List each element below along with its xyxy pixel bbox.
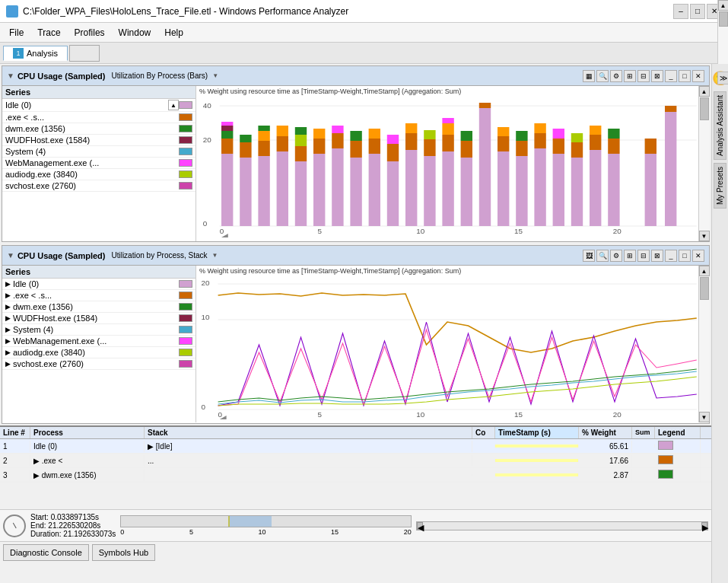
panel1-search-icon[interactable]: 🔍 — [596, 70, 609, 82]
series-row: ▶ System (4) — [2, 324, 196, 336]
panel1-collapse-icon[interactable]: ▼ — [7, 72, 14, 80]
svg-text:20: 20 — [202, 279, 210, 286]
svg-text:0: 0 — [220, 227, 224, 234]
panel1-close-icon[interactable]: ✕ — [692, 70, 704, 82]
svg-rect-52 — [461, 131, 472, 141]
maximize-button[interactable]: □ — [690, 4, 705, 19]
table-row[interactable]: 1 Idle (0) ▶ [Idle] 65.61 — [0, 439, 711, 454]
panel2-min-icon[interactable]: _ — [665, 250, 677, 262]
svg-text:20: 20 — [613, 227, 622, 234]
svg-rect-51 — [461, 141, 472, 158]
scroll-down-btn[interactable]: ▼ — [699, 231, 710, 241]
scroll-down-btn2[interactable]: ▼ — [699, 412, 710, 422]
series-row: ▶ svchost.exe (2760) — [2, 358, 196, 370]
svg-rect-61 — [534, 148, 545, 226]
series-row: .exe < .s... — [2, 112, 196, 123]
legend-color-1 — [658, 441, 673, 450]
series2-web-label: WebManagement.exe (... — [13, 336, 179, 346]
panel1-max-icon[interactable]: □ — [679, 70, 691, 82]
tick-15: 15 — [331, 528, 339, 536]
h-scroll-btn-right[interactable]: ▶ — [701, 522, 707, 530]
series-idle-color — [179, 101, 192, 109]
tab-label: Analysis — [27, 49, 58, 58]
symbols-hub-button[interactable]: Symbols Hub — [92, 544, 155, 561]
new-tab-area[interactable] — [69, 45, 100, 62]
data-table-header: Line # Process Stack Co TimeStamp (s) % … — [0, 427, 711, 439]
panel2-header: ▼ CPU Usage (Sampled) Utilization by Pro… — [2, 246, 709, 266]
panel1-vscroll[interactable]: ▲ ▼ — [698, 86, 709, 241]
panel2-grid2-icon[interactable]: ⊟ — [637, 250, 650, 262]
table-row[interactable]: 2 ▶ .exe < ... 17.66 — [0, 454, 711, 468]
expand-icon5[interactable]: ▶ — [5, 326, 13, 333]
panel2-grid1-icon[interactable]: ⊞ — [624, 250, 636, 262]
menu-help[interactable]: Help — [158, 26, 189, 40]
expand-icon4[interactable]: ▶ — [5, 314, 13, 322]
panel2-settings-icon[interactable]: ⚙ — [610, 250, 622, 262]
timeline-info-text: Start: 0.033897135s End: 21.226530208s D… — [30, 513, 116, 538]
panel2-max-icon[interactable]: □ — [679, 250, 691, 262]
minimize-button[interactable]: – — [673, 4, 688, 19]
menu-profiles[interactable]: Profiles — [68, 26, 111, 40]
series-idle-scroll-up[interactable]: ▲ — [168, 100, 179, 110]
h-scroll-btn-left[interactable]: ◀ — [417, 522, 423, 530]
sidebar-analysis-assistant[interactable]: Analysis Assistant — [714, 91, 726, 160]
svg-rect-71 — [590, 135, 601, 150]
svg-rect-63 — [534, 123, 545, 133]
svg-rect-18 — [277, 151, 288, 226]
panel2-img-icon[interactable]: 🖼 — [583, 250, 595, 262]
panel2-series-list: ▶ Idle (0) ▶ .exe < .s... ▶ — [2, 279, 196, 370]
panel1-settings-icon[interactable]: ⚙ — [610, 70, 622, 82]
panel-cpu-stack: ▼ CPU Usage (Sampled) Utilization by Pro… — [2, 245, 710, 424]
series-row: Idle (0) ▲ — [2, 99, 196, 112]
cell-line-2: 2 — [0, 455, 30, 467]
svg-text:5: 5 — [318, 410, 323, 418]
panel2-grid3-icon[interactable]: ⊠ — [651, 250, 663, 262]
svg-rect-28 — [332, 148, 343, 226]
panel2-close-icon[interactable]: ✕ — [692, 250, 704, 262]
expand-icon[interactable]: ▶ — [5, 280, 13, 288]
series-row: WUDFHost.exe (1584) — [2, 135, 196, 146]
scroll-thumb[interactable] — [700, 97, 709, 120]
sidebar-my-presets[interactable]: My Presets — [714, 163, 726, 209]
expand-icon3[interactable]: ▶ — [5, 303, 13, 311]
sidebar-toggle-icon[interactable]: ≫ — [717, 72, 728, 84]
menu-file[interactable]: File — [3, 26, 30, 40]
expand-icon8[interactable]: ▶ — [5, 360, 13, 368]
menu-window[interactable]: Window — [113, 26, 157, 40]
tab-analysis[interactable]: 1 Analysis — [3, 46, 68, 61]
timeline-duration: Duration: 21.192633073s — [30, 530, 116, 538]
expand-icon6[interactable]: ▶ — [5, 337, 13, 345]
svg-rect-65 — [553, 139, 564, 154]
panel1-bar-icon[interactable]: ▦ — [583, 70, 595, 82]
main-area: ▼ CPU Usage (Sampled) Utilization By Pro… — [0, 64, 728, 583]
h-scrollbar[interactable]: ◀ ▶ — [416, 521, 708, 530]
diagnostic-console-button[interactable]: Diagnostic Console — [3, 544, 89, 561]
col-sum: Sum — [632, 427, 655, 438]
panel1-dropdown-icon[interactable]: ▼ — [212, 72, 218, 79]
scroll-up-btn2[interactable]: ▲ — [699, 266, 710, 276]
scroll-up-btn[interactable]: ▲ — [699, 86, 710, 97]
table-row[interactable]: 3 ▶ dwm.exe (1356) 2.87 — [0, 468, 711, 483]
scroll-thumb2[interactable] — [700, 277, 709, 300]
panel1-grid1-icon[interactable]: ⊞ — [624, 70, 636, 82]
svg-rect-58 — [516, 156, 527, 226]
panel2-vscroll[interactable]: ▲ ▼ — [698, 266, 709, 422]
panel1-grid3-icon[interactable]: ⊠ — [651, 70, 663, 82]
panel2-search-icon[interactable]: 🔍 — [596, 250, 609, 262]
panel1-chart-title: % Weight using resource time as [TimeSta… — [196, 86, 698, 97]
content-area: ▼ CPU Usage (Sampled) Utilization By Pro… — [0, 64, 711, 583]
panel2-chart-title: % Weight using resource time as [TimeSta… — [196, 266, 698, 276]
panel1-min-icon[interactable]: _ — [665, 70, 677, 82]
expand-icon7[interactable]: ▶ — [5, 349, 13, 356]
series-svc-label: svchost.exe (2760) — [5, 181, 179, 190]
panel2-collapse-icon[interactable]: ▼ — [7, 251, 14, 260]
series-row: ▶ dwm.exe (1356) — [2, 301, 196, 313]
panel1-grid2-icon[interactable]: ⊟ — [637, 70, 650, 82]
timeline-track[interactable] — [120, 515, 411, 527]
tick-0: 0 — [120, 528, 124, 536]
svg-rect-56 — [498, 136, 509, 151]
menu-trace[interactable]: Trace — [31, 26, 66, 40]
panel2-controls: 🖼 🔍 ⚙ ⊞ ⊟ ⊠ _ □ ✕ — [583, 250, 704, 262]
panel2-dropdown-icon[interactable]: ▼ — [212, 252, 218, 259]
expand-icon2[interactable]: ▶ — [5, 292, 13, 299]
